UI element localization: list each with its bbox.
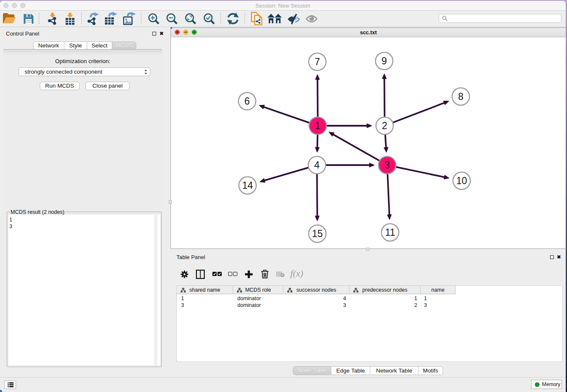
svg-text:4: 4 (314, 160, 320, 171)
svg-text:2: 2 (382, 120, 388, 131)
svg-text:1: 1 (315, 120, 321, 131)
svg-text:3: 3 (385, 160, 390, 171)
svg-text:8: 8 (458, 91, 464, 102)
svg-text:14: 14 (242, 180, 253, 191)
svg-text:10: 10 (456, 175, 467, 186)
svg-text:6: 6 (245, 96, 250, 107)
svg-text:11: 11 (385, 227, 395, 238)
svg-text:9: 9 (382, 55, 387, 66)
svg-text:15: 15 (312, 228, 323, 239)
svg-text:7: 7 (315, 56, 320, 67)
